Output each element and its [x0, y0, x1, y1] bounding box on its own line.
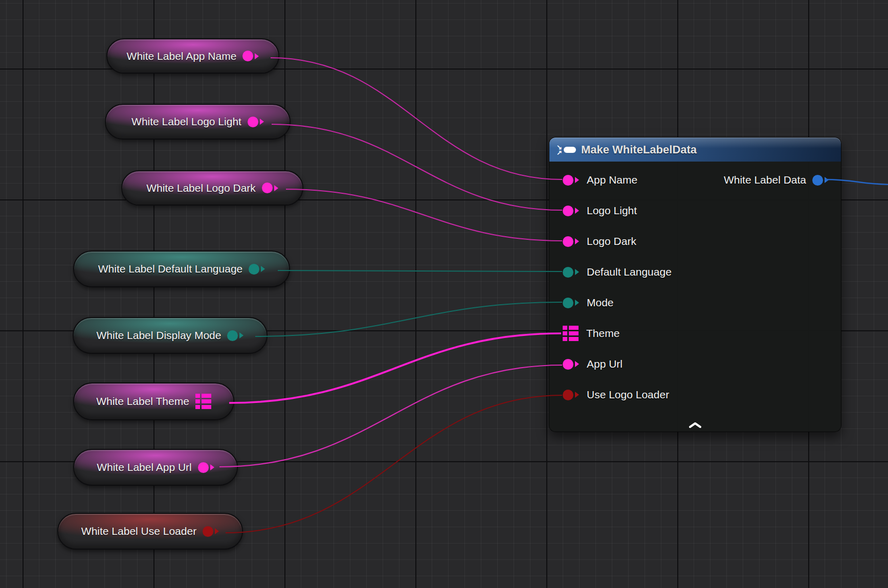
- wire-app-name[interactable]: [271, 58, 562, 179]
- variable-label: White Label Display Mode: [97, 329, 221, 342]
- string-pin-icon: [262, 183, 273, 193]
- pin-white-label-logo-dark-out[interactable]: [262, 183, 278, 193]
- node-white-label-app-name[interactable]: White Label App Name: [106, 38, 279, 74]
- pin-logo-dark-in[interactable]: [563, 236, 579, 247]
- pin-row-theme: Theme: [549, 318, 841, 349]
- make-struct-icon: ↘↗: [557, 144, 576, 155]
- pin-arrow-icon: [261, 266, 265, 272]
- pin-logo-light-in[interactable]: [563, 206, 579, 216]
- string-pin-icon: [563, 359, 573, 370]
- pin-arrow-icon: [575, 208, 579, 214]
- pin-row-default-language: Default Language: [549, 257, 841, 287]
- variable-label: White Label Use Loader: [81, 525, 196, 537]
- variable-label: White Label Theme: [96, 395, 189, 408]
- pin-white-label-logo-light-out[interactable]: [248, 117, 264, 127]
- pin-row-app-url: App Url: [549, 349, 841, 379]
- node-title: Make WhiteLabelData: [581, 143, 697, 156]
- pin-arrow-icon: [239, 332, 243, 338]
- node-white-label-display-mode[interactable]: White Label Display Mode: [73, 317, 268, 354]
- pin-row-use-logo-loader: Use Logo Loader: [549, 379, 841, 410]
- enum-pin-icon: [227, 330, 238, 341]
- make-node-header[interactable]: ↘↗ Make WhiteLabelData: [549, 138, 841, 162]
- pin-app-url-in[interactable]: [563, 359, 579, 370]
- pin-white-label-theme-out[interactable]: [195, 394, 211, 409]
- pin-row-logo-dark: Logo Dark: [549, 226, 841, 257]
- variable-label: White Label Logo Light: [131, 116, 241, 128]
- node-make-whitelabeldata[interactable]: ↘↗ Make WhiteLabelData App Name Logo Lig…: [549, 137, 841, 432]
- data-pin-icon: [812, 175, 823, 186]
- pin-white-label-data-out[interactable]: [812, 175, 829, 186]
- pin-theme-in[interactable]: [563, 326, 579, 341]
- node-white-label-default-language[interactable]: White Label Default Language: [73, 251, 290, 287]
- string-pin-icon: [198, 462, 209, 473]
- pin-use-logo-loader-in[interactable]: [563, 390, 579, 400]
- pin-row-mode: Mode: [549, 287, 841, 318]
- enum-pin-icon: [563, 267, 573, 278]
- string-pin-icon: [242, 51, 253, 61]
- node-white-label-logo-dark[interactable]: White Label Logo Dark: [121, 170, 303, 206]
- pin-arrow-icon: [575, 238, 579, 244]
- bool-pin-icon: [203, 526, 213, 537]
- wire-default-language[interactable]: [278, 270, 562, 272]
- pin-row-white-label-data: White Label Data: [724, 165, 841, 195]
- wire-display-mode[interactable]: [255, 302, 562, 336]
- pin-white-label-app-url-out[interactable]: [198, 462, 214, 473]
- string-pin-icon: [563, 236, 573, 247]
- wire-theme[interactable]: [229, 333, 561, 403]
- string-pin-icon: [563, 175, 573, 186]
- pin-arrow-icon: [575, 177, 579, 183]
- wire-use-loader[interactable]: [226, 395, 562, 533]
- pin-white-label-use-loader-out[interactable]: [203, 526, 219, 537]
- pin-arrow-icon: [255, 53, 259, 59]
- pin-arrow-icon: [575, 361, 579, 367]
- pin-arrow-icon: [575, 300, 579, 306]
- struct-pin-icon: [195, 394, 211, 409]
- pin-white-label-display-mode-out[interactable]: [227, 330, 243, 341]
- pin-white-label-default-language-out[interactable]: [249, 264, 265, 275]
- string-pin-icon: [248, 117, 258, 127]
- pin-arrow-icon: [825, 177, 829, 183]
- collapse-chevron-icon[interactable]: [549, 422, 841, 428]
- pin-arrow-icon: [215, 528, 219, 534]
- pin-row-logo-light: Logo Light: [549, 195, 841, 226]
- variable-label: White Label App Name: [127, 50, 237, 62]
- wire-logo-dark[interactable]: [286, 189, 562, 241]
- pin-arrow-icon: [274, 185, 278, 191]
- wire-logo-light[interactable]: [272, 124, 562, 210]
- pin-arrow-icon: [260, 119, 264, 125]
- pin-white-label-app-name-out[interactable]: [242, 51, 259, 61]
- node-white-label-logo-light[interactable]: White Label Logo Light: [105, 104, 291, 140]
- bool-pin-icon: [563, 390, 573, 400]
- pin-arrow-icon: [575, 269, 579, 275]
- variable-label: White Label App Url: [97, 461, 192, 473]
- graph-canvas[interactable]: White Label App Name White Label Logo Li…: [0, 0, 888, 588]
- variable-label: White Label Default Language: [98, 263, 243, 275]
- pin-arrow-icon: [210, 464, 214, 470]
- node-white-label-use-loader[interactable]: White Label Use Loader: [57, 513, 243, 550]
- string-pin-icon: [563, 206, 573, 216]
- pin-default-language-in[interactable]: [563, 267, 579, 278]
- pin-mode-in[interactable]: [563, 298, 579, 308]
- struct-pin-icon: [563, 326, 579, 341]
- variable-label: White Label Logo Dark: [146, 182, 256, 194]
- wire-app-url[interactable]: [219, 365, 562, 467]
- node-white-label-theme[interactable]: White Label Theme: [73, 382, 234, 420]
- pin-app-name-in[interactable]: [563, 175, 579, 186]
- enum-pin-icon: [249, 264, 259, 275]
- node-white-label-app-url[interactable]: White Label App Url: [73, 449, 238, 486]
- enum-pin-icon: [563, 298, 573, 308]
- pin-arrow-icon: [575, 392, 579, 398]
